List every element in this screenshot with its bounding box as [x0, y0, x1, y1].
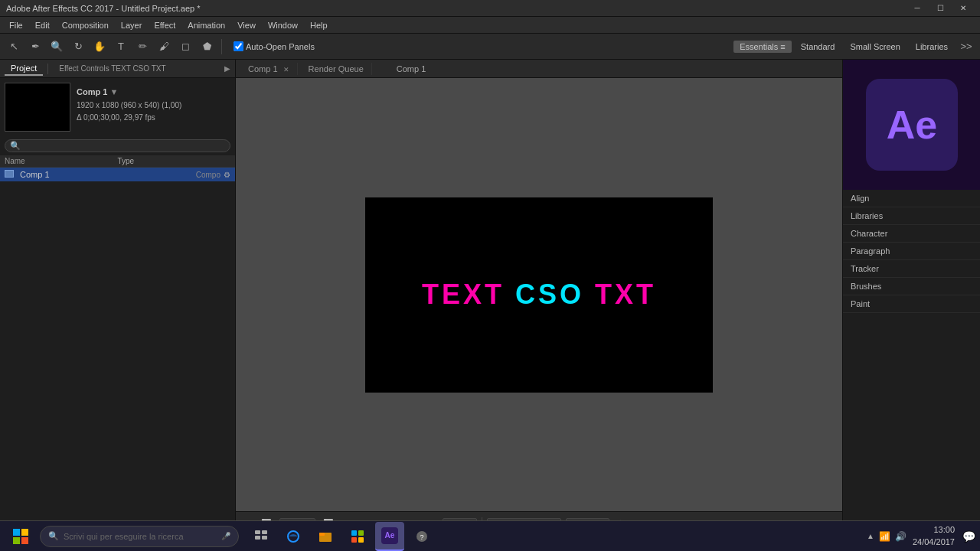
workspace-smallscreen[interactable]: Small Screen — [844, 41, 906, 53]
panel-brushes[interactable]: Brushes — [843, 278, 980, 295]
panel-paint[interactable]: Paint — [843, 295, 980, 313]
svg-rect-4 — [255, 530, 260, 534]
close-button[interactable]: ✕ — [952, 2, 974, 15]
workspace-libraries[interactable]: Libraries — [910, 41, 954, 53]
panel-character[interactable]: Character — [843, 225, 980, 243]
tool-arrow[interactable]: ↖ — [5, 37, 23, 56]
auto-open-panels-check[interactable]: Auto-Open Panels — [234, 41, 315, 51]
panel-align[interactable]: Align — [843, 190, 980, 207]
project-item-comp1[interactable]: Comp 1 Compo ⚙ — [0, 168, 235, 181]
ae-logo-text: Ae — [887, 102, 937, 148]
preview-thumbnail — [5, 83, 70, 132]
composition-viewer[interactable]: TEXT CSO TXT — [236, 78, 842, 511]
svg-rect-2 — [13, 537, 20, 544]
center-panel: Comp 1 ✕ Render Queue Comp 1 TEXT CSO TX… — [236, 60, 842, 536]
taskbar-edge[interactable] — [279, 522, 308, 551]
menu-composition[interactable]: Composition — [56, 19, 115, 31]
search-input-wrap: 🔍 — [5, 139, 230, 152]
breadcrumb: Comp 1 — [390, 63, 433, 75]
panel-libraries[interactable]: Libraries — [843, 207, 980, 225]
tab-effect-controls[interactable]: Effect Controls TEXT CSO TXT — [53, 63, 172, 74]
menu-effect[interactable]: Effect — [148, 19, 181, 31]
workspace-standard[interactable]: Standard — [795, 41, 841, 53]
comp-icon — [5, 170, 17, 179]
left-panel: Project Effect Controls TEXT CSO TXT ▶ C… — [0, 60, 236, 536]
tool-pan[interactable]: ✋ — [90, 37, 109, 56]
tool-stamp[interactable]: ⬟ — [198, 37, 216, 56]
taskbar-store[interactable] — [343, 522, 372, 551]
tab-project[interactable]: Project — [5, 62, 43, 76]
start-button[interactable] — [3, 522, 38, 551]
project-list-header: Name Type — [0, 155, 235, 168]
menu-bar: File Edit Composition Layer Effect Anima… — [0, 17, 980, 34]
menu-edit[interactable]: Edit — [29, 19, 56, 31]
ae-logo-container: Ae — [843, 60, 980, 190]
taskbar-explorer[interactable] — [311, 522, 340, 551]
svg-rect-0 — [13, 529, 20, 536]
mic-icon[interactable]: 🎤 — [221, 532, 230, 540]
title-text: Adobe After Effects CC 2017 - Untitled P… — [6, 4, 201, 13]
svg-rect-14 — [358, 537, 364, 543]
menu-file[interactable]: File — [3, 19, 29, 31]
tool-rotate[interactable]: ↻ — [69, 37, 87, 56]
search-bar: 🔍 — [0, 136, 235, 155]
svg-rect-7 — [262, 536, 267, 540]
menu-animation[interactable]: Animation — [181, 19, 231, 31]
workspace-essentials[interactable]: Essentials ≡ — [733, 41, 792, 53]
tab-comp1[interactable]: Comp 1 ✕ — [240, 63, 298, 75]
taskbar-clock[interactable]: 13:00 24/04/2017 — [913, 524, 955, 548]
taskbar-search[interactable]: 🔍 Scrivi qui per eseguire la ricerca 🎤 — [40, 526, 239, 547]
ae-logo-box: Ae — [866, 79, 958, 171]
search-icon: 🔍 — [10, 141, 21, 151]
comp-preview-text: TEXT CSO TXT — [422, 279, 656, 311]
systray-network[interactable]: 📶 — [879, 531, 890, 542]
tool-zoom[interactable]: 🔍 — [47, 37, 66, 56]
search-input[interactable] — [21, 142, 225, 151]
comp-name-display: Comp 1 ▼ — [77, 86, 181, 99]
panel-tracker[interactable]: Tracker — [843, 260, 980, 278]
menu-view[interactable]: View — [231, 19, 262, 31]
right-panel: Ae Align Libraries Character Paragraph T… — [842, 60, 980, 536]
svg-rect-10 — [319, 533, 325, 536]
svg-rect-5 — [262, 530, 267, 534]
menu-help[interactable]: Help — [304, 19, 334, 31]
svg-rect-13 — [351, 537, 357, 543]
panel-menu-arrow[interactable]: ▶ — [224, 64, 230, 73]
svg-text:?: ? — [420, 533, 423, 541]
taskbar-task-view[interactable] — [247, 522, 276, 551]
main-layout: Project Effect Controls TEXT CSO TXT ▶ C… — [0, 60, 980, 536]
taskbar-ae[interactable]: Ae — [375, 522, 404, 551]
svg-rect-1 — [21, 529, 28, 536]
svg-rect-11 — [351, 530, 357, 536]
taskbar: 🔍 Scrivi qui per eseguire la ricerca 🎤 — [0, 520, 980, 551]
tool-pen[interactable]: ✒ — [26, 37, 44, 56]
taskbar-unknown[interactable]: ? — [407, 522, 436, 551]
toolbar-separator — [221, 39, 222, 54]
text-part-txt: TXT — [595, 279, 656, 310]
tool-text[interactable]: T — [112, 37, 130, 56]
tool-brush[interactable]: 🖌 — [155, 37, 173, 56]
title-bar: Adobe After Effects CC 2017 - Untitled P… — [0, 0, 980, 17]
taskbar-pinned-icons: Ae ? — [247, 522, 436, 551]
minimize-button[interactable]: ─ — [906, 2, 928, 15]
systray-up-arrow[interactable]: ▲ — [867, 532, 874, 540]
comp-tab-close[interactable]: ✕ — [283, 66, 289, 73]
menu-window[interactable]: Window — [262, 19, 304, 31]
systray-icons: ▲ 📶 🔊 — [867, 531, 906, 542]
col-name: Name — [5, 157, 118, 165]
systray-volume[interactable]: 🔊 — [895, 531, 906, 542]
maximize-button[interactable]: ☐ — [929, 2, 951, 15]
tool-pen2[interactable]: ✏ — [133, 37, 152, 56]
item-settings-icon[interactable]: ⚙ — [224, 171, 230, 179]
workspace-more[interactable]: >> — [957, 37, 975, 56]
text-part-text: TEXT — [422, 279, 515, 310]
tool-shape[interactable]: ◻ — [176, 37, 194, 56]
col-type: Type — [118, 157, 231, 165]
taskbar-notifications[interactable]: 💬 — [961, 529, 977, 544]
project-preview: Comp 1 ▼ 1920 x 1080 (960 x 540) (1,00) … — [0, 78, 235, 136]
panel-paragraph[interactable]: Paragraph — [843, 243, 980, 260]
left-panel-tabbar: Project Effect Controls TEXT CSO TXT ▶ — [0, 60, 235, 78]
tab-render-queue[interactable]: Render Queue — [301, 63, 372, 75]
svg-rect-6 — [255, 536, 260, 540]
menu-layer[interactable]: Layer — [115, 19, 149, 31]
